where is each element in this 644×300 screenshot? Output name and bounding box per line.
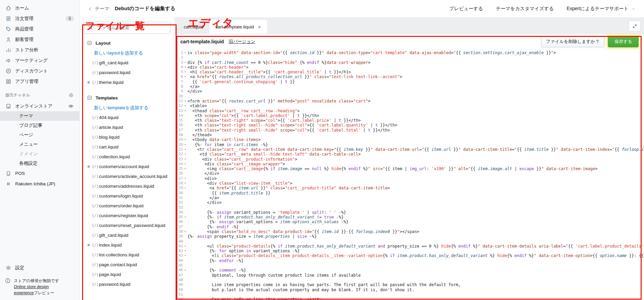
file-item[interactable]: {/}index.liquid xyxy=(84,240,171,250)
online-store-sub-item-3[interactable]: メニュー xyxy=(0,140,79,149)
page-title: Debutのコードを編集する xyxy=(115,5,176,12)
online-store-sub-item-2[interactable]: ページ xyxy=(0,130,79,140)
file-name: article.liquid xyxy=(99,125,123,130)
file-item[interactable]: {/}gift_card.liquid xyxy=(84,58,171,68)
fold-arrow-icon[interactable]: ▾ xyxy=(183,60,187,65)
fold-arrow-icon[interactable]: ▾ xyxy=(183,244,187,249)
file-item[interactable]: {/}customers/addresses.liquid xyxy=(84,181,171,191)
code-area[interactable]: 1▾iv class="page-width" data-section-id=… xyxy=(175,49,644,300)
file-search-input[interactable] xyxy=(96,25,167,31)
fold-arrow-icon[interactable]: ▾ xyxy=(183,65,187,70)
sidebar-item-0[interactable]: ホーム xyxy=(0,3,79,13)
fullscreen-button[interactable] xyxy=(628,21,641,31)
file-item[interactable]: {/}article.liquid xyxy=(84,122,171,132)
fold-arrow-icon[interactable]: ▾ xyxy=(183,70,187,74)
liquid-file-icon: {/} xyxy=(92,115,99,120)
liquid-file-icon: {/} xyxy=(92,204,99,208)
file-section-header[interactable]: Templates xyxy=(84,93,171,103)
file-item[interactable]: {/}page.liquid xyxy=(84,270,171,279)
fold-arrow-icon[interactable]: ▾ xyxy=(183,215,187,220)
header-action-2[interactable]: Expertによるテーマサポート xyxy=(567,6,637,12)
file-item[interactable]: {/}customers/account.liquid xyxy=(84,162,171,171)
header-action-1[interactable]: テーマをカスタマイズする xyxy=(496,6,554,12)
sidebar-item-label: 注文管理 xyxy=(15,16,33,22)
editor-tab-0[interactable]: cart.liquid xyxy=(178,20,209,33)
online-store-sub-item-1[interactable]: ブログ記事 xyxy=(0,121,79,130)
chevron-left-icon xyxy=(87,6,93,12)
file-item[interactable]: {/}blog.liquid xyxy=(84,132,171,142)
file-item[interactable]: {/}password.liquid xyxy=(84,68,171,77)
add-file-link[interactable]: 新しいlayoutを追加する xyxy=(84,48,171,58)
fold-arrow-icon[interactable]: ▾ xyxy=(183,253,187,258)
sales-channels-nav: オンラインストアテーマブログ記事ページメニュードメイン各種設定POSRRakut… xyxy=(0,101,79,189)
add-file-link[interactable]: 新しいtemplateを追加する xyxy=(84,103,171,113)
old-version-link[interactable]: 旧バージョン xyxy=(229,39,255,45)
fold-arrow-icon[interactable]: ▾ xyxy=(183,157,187,162)
online-store-sub-item-5[interactable]: 各種設定 xyxy=(0,159,79,168)
sidebar-item-7[interactable]: アプリ管理 xyxy=(0,76,79,87)
line-number: 3 xyxy=(175,60,183,65)
file-section-header[interactable]: Layout xyxy=(84,38,171,48)
fold-arrow-icon[interactable]: ▾ xyxy=(183,186,187,190)
file-item[interactable]: {/}customers/login.liquid xyxy=(84,191,171,201)
file-item[interactable]: {/}customers/activate_account.liquid xyxy=(84,171,171,181)
file-item[interactable]: {/}404.liquid xyxy=(84,113,171,122)
editor-tab-1[interactable]: cart-template.liquid× xyxy=(209,20,267,33)
delete-file-button[interactable]: ファイルを削除しますか？ xyxy=(541,36,605,47)
sidebar-item-settings[interactable]: 設定 xyxy=(0,262,79,273)
fold-arrow-icon[interactable]: ▾ xyxy=(183,249,187,253)
fold-arrow-icon[interactable]: ▾ xyxy=(183,162,187,166)
file-item[interactable]: {/}password.liquid xyxy=(84,279,171,289)
notice-line1: ストアの移管が無効です xyxy=(14,278,59,283)
file-item[interactable]: {/}collection.liquid xyxy=(84,152,171,162)
sidebar-item-2[interactable]: 商品管理 xyxy=(0,24,79,34)
fold-arrow-icon[interactable]: ▾ xyxy=(183,74,187,79)
channel-item-1[interactable]: POS xyxy=(0,168,79,179)
header-action-0[interactable]: プレビューする xyxy=(449,6,483,12)
discounts-icon xyxy=(5,68,11,74)
fold-arrow-icon[interactable]: ▾ xyxy=(183,268,187,273)
back-to-themes-link[interactable]: テーマ xyxy=(87,6,109,12)
fold-arrow-icon[interactable]: ▾ xyxy=(183,50,187,55)
modified-dot xyxy=(87,185,90,187)
fold-arrow-icon[interactable]: ▾ xyxy=(183,103,187,108)
line-number: 35 xyxy=(175,215,183,220)
file-item[interactable]: {/}customers/register.liquid xyxy=(84,211,171,221)
file-item[interactable]: {/}customers/reset_password.liquid xyxy=(84,221,171,230)
fold-arrow-icon[interactable]: ▾ xyxy=(183,109,187,113)
file-item[interactable]: {/}list-collections.liquid xyxy=(84,250,171,260)
file-item[interactable]: {/}cart.liquid xyxy=(84,142,171,152)
online-store-sub-item-4[interactable]: ドメイン xyxy=(0,149,79,159)
sidebar-item-1[interactable]: 注文管理5 xyxy=(0,13,79,24)
file-item[interactable]: {/}page.contact.liquid xyxy=(84,260,171,270)
file-name: page.liquid xyxy=(99,272,121,277)
line-number: 13 xyxy=(175,109,183,113)
channel-label: オンラインストア xyxy=(15,103,53,109)
fold-arrow-icon[interactable]: ▾ xyxy=(183,142,187,147)
sidebar-item-6[interactable]: ディスカウント xyxy=(0,66,79,76)
file-name: gift_card.liquid xyxy=(99,233,128,238)
fold-arrow-icon[interactable]: ▾ xyxy=(183,176,187,181)
online-store-sub-item-0[interactable]: テーマ xyxy=(0,111,79,121)
channel-item-0[interactable]: オンラインストア xyxy=(0,101,79,111)
close-tab-icon[interactable]: × xyxy=(258,24,261,29)
fold-arrow-icon[interactable]: ▾ xyxy=(183,137,187,142)
file-item[interactable]: {/}gift_card.liquid xyxy=(84,230,171,240)
fold-arrow-icon[interactable]: ▾ xyxy=(183,152,187,157)
sidebar-item-5[interactable]: マーケティング xyxy=(0,55,79,66)
sidebar-item-4[interactable]: ストア分析 xyxy=(0,45,79,55)
channel-item-2[interactable]: RRakuten Ichiba (JP) xyxy=(0,179,79,189)
file-item[interactable]: {/}theme.liquid xyxy=(84,77,171,87)
fold-arrow-icon[interactable]: ▾ xyxy=(183,99,187,103)
sidebar-item-3[interactable]: 顧客管理 xyxy=(0,34,79,45)
add-channel-icon[interactable] xyxy=(68,92,74,98)
fold-arrow-icon[interactable]: ▾ xyxy=(183,181,187,186)
file-item[interactable]: {/}customers/order.liquid xyxy=(84,201,171,211)
modified-dot xyxy=(87,224,90,227)
rakuten-icon: R xyxy=(5,181,11,187)
fold-arrow-icon[interactable]: ▾ xyxy=(183,147,187,152)
fold-arrow-icon[interactable]: ▾ xyxy=(183,166,187,171)
code-line: 20▾ {%- for item in cart.items -%} xyxy=(175,142,644,147)
fold-arrow-icon[interactable]: ▾ xyxy=(183,229,187,234)
save-button[interactable]: 保存する xyxy=(608,36,639,47)
